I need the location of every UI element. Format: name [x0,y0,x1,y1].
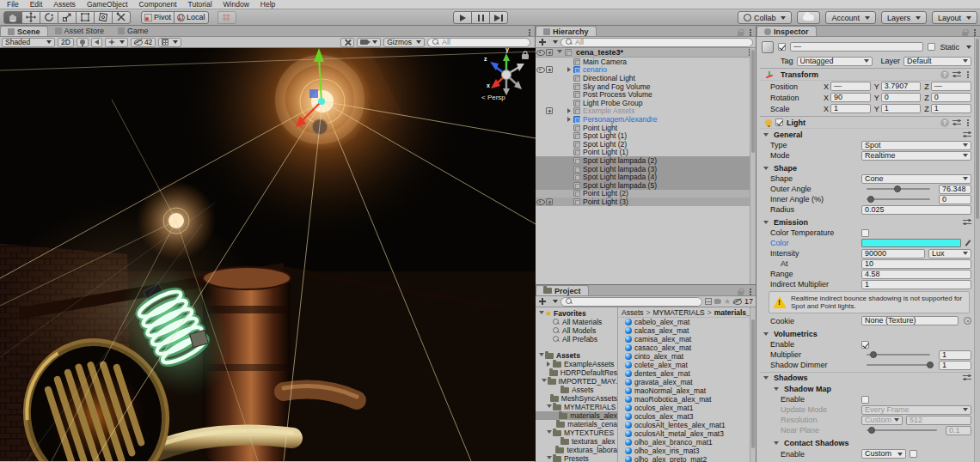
transform-menu-icon[interactable] [967,71,969,73]
inner-angle-field[interactable]: 0 [939,195,971,204]
asset-row[interactable]: olho_alex_branco_mat1 [618,438,756,447]
menu-assets[interactable]: Assets [48,0,81,9]
hierarchy-menu-icon[interactable] [750,29,751,31]
radius-field[interactable]: 0.025 [861,205,971,215]
scene-effects-dropdown[interactable] [105,38,128,47]
tab-hierarchy[interactable]: Hierarchy [536,26,597,36]
volumetrics-section-header[interactable]: Volumetrics [760,328,971,339]
move-tool-button[interactable] [21,11,40,24]
axis-x-label[interactable]: x [487,82,490,88]
project-create-button[interactable] [538,297,548,307]
visibility-eye-icon[interactable] [536,66,545,73]
hierarchy-item[interactable]: Main Camera [536,58,756,66]
layers-button[interactable]: Layers [881,11,927,24]
hierarchy-item[interactable]: Spot Light lampada (3) [536,165,756,173]
general-section-header[interactable]: General [760,129,971,140]
inspector-menu-icon[interactable] [974,29,976,31]
project-scrollbar[interactable] [750,307,756,462]
scene-visibility-toggle[interactable]: 42 [131,38,156,47]
color-temperature-checkbox[interactable] [861,229,869,237]
gameobject-active-checkbox[interactable] [778,43,786,51]
tab-game[interactable]: Game [111,26,156,36]
tab-scene[interactable]: Scene [0,26,48,36]
asset-row[interactable]: oculosAlt_metal_alex_mat3 [618,429,756,438]
contact-shadows-mode-dropdown[interactable]: Custom [861,449,906,459]
pickability-icon[interactable] [546,66,553,73]
cloud-button[interactable] [797,11,820,24]
tag-dropdown[interactable]: Untagged [797,57,873,66]
asset-row[interactable]: dentes_alex_mat [618,369,756,378]
inner-angle-slider[interactable] [867,198,930,200]
asset-row[interactable]: gravata_alex_mat [618,378,756,386]
project-lock-icon[interactable] [738,291,744,295]
project-menu-icon[interactable] [750,289,751,290]
hierarchy-item[interactable]: Light Probe Group [536,99,756,107]
shape-section-header[interactable]: Shape [760,162,971,173]
project-tree-item[interactable]: Presets [536,454,617,462]
asset-row[interactable]: casaco_alex_mat [618,343,756,352]
rotation-y-field[interactable]: 0 [881,93,922,102]
transform-preset-icon[interactable] [952,71,961,78]
transform-header[interactable]: Transform ? [760,68,971,81]
project-tree-item[interactable]: All Prefabs [536,335,617,343]
project-tree-item[interactable]: IMPORTED_MAY. [536,377,617,386]
contact-shadows-subheader[interactable]: Contact Shadows [760,437,971,448]
hierarchy-item[interactable]: cenario [536,66,756,75]
collab-button[interactable]: Collab [738,11,793,24]
emission-preset-icon[interactable] [963,219,971,226]
scene-pickability-icon[interactable] [546,49,553,56]
scene-lighting-toggle[interactable] [77,38,89,47]
shadow-dimmer-slider[interactable] [867,364,930,366]
project-tree-item[interactable]: ExampleAssets [536,360,617,368]
tab-asset-store[interactable]: Asset Store [48,26,112,36]
inspector-scrollbar[interactable] [974,37,980,462]
light-enabled-checkbox[interactable] [775,119,783,126]
position-z-field[interactable]: — [931,82,971,91]
gameobject-name-field[interactable]: — [790,42,923,52]
asset-row[interactable]: oculos_alex_mat1 [618,404,756,412]
hierarchy-item[interactable]: Spot Light (2) [536,140,756,149]
custom-tool-button[interactable] [112,11,131,24]
asset-row[interactable]: olho_alex_iris_mat3 [618,447,756,455]
light-preset-icon[interactable] [952,119,961,126]
indirect-multiplier-field[interactable]: 1 [861,280,971,289]
hierarchy-item[interactable]: Post Process Volume [536,90,756,99]
project-search-input[interactable] [560,297,702,307]
hierarchy-item[interactable]: Sky and Fog Volume [536,82,756,91]
tab-inspector[interactable]: Inspector [756,26,817,36]
asset-row[interactable]: calcas_alex_mat [618,326,756,335]
asset-row[interactable]: colete_alex_mat [618,361,756,369]
hierarchy-item[interactable]: Directional Light [536,74,756,82]
multiplier-slider[interactable] [867,354,930,356]
hierarchy-item[interactable]: Spot Light (1) [536,131,756,140]
2d-toggle[interactable]: 2D [58,38,74,47]
rotation-x-field[interactable]: 90 [830,93,871,102]
favorites-star-icon[interactable]: ★ [724,298,731,305]
search-by-label-icon[interactable] [714,299,721,304]
color-swatch[interactable] [861,239,961,247]
static-caret-icon[interactable] [966,46,971,49]
play-button[interactable] [453,11,472,24]
rect-tool-button[interactable] [76,11,95,24]
scene-audio-toggle[interactable] [91,38,102,47]
scale-y-field[interactable]: 1 [881,104,922,113]
near-plane-slider[interactable] [867,429,937,431]
project-tree-item[interactable]: HDRPDefaultRes [536,368,617,377]
account-button[interactable]: Account [825,11,876,24]
project-tree-item[interactable]: materials_cena [536,420,617,429]
eyedropper-icon[interactable] [965,239,971,247]
outer-angle-slider[interactable] [867,188,930,190]
asset-row[interactable]: cinto_alex_mat [618,352,756,361]
scale-z-field[interactable]: 1 [931,104,971,113]
breadcrumb-assets[interactable]: Assets [622,308,644,317]
asset-row[interactable]: cabelo_alex_mat [618,318,756,326]
hierarchy-lock-icon[interactable] [738,32,744,36]
project-tree-item[interactable]: texturas_labora [536,446,617,454]
contact-shadows-enable-checkbox[interactable] [910,450,917,458]
scene-viewport[interactable]: y z x < Persp [0,48,536,461]
breadcrumb-mymaterials[interactable]: MYMATERIALS [652,308,704,317]
object-picker-icon[interactable] [964,317,971,325]
project-tree-item[interactable]: Assets [536,386,617,394]
multiplier-field[interactable]: 1 [939,350,971,360]
create-button[interactable] [538,38,548,47]
